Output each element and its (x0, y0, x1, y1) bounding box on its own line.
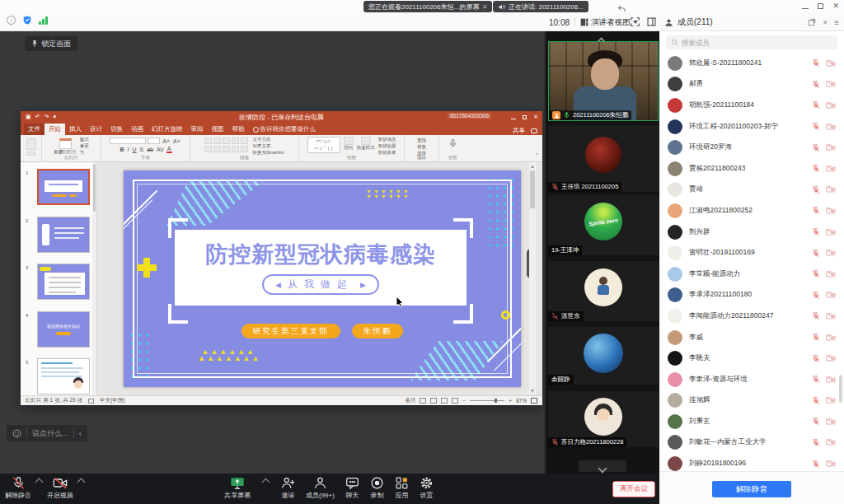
grow-font-icon[interactable]: A˄ (162, 138, 171, 144)
align-left-icon[interactable] (204, 146, 212, 152)
mic-muted-icon[interactable] (812, 460, 820, 469)
settings-button[interactable]: 设置 (420, 476, 434, 500)
underline-button[interactable]: U (131, 147, 137, 152)
tab-help[interactable]: 帮助 (228, 124, 249, 135)
arrange-label[interactable]: 排列 (344, 145, 353, 151)
camera-off-icon[interactable] (826, 396, 836, 404)
smartart-button[interactable]: 转换为SmartArt (252, 150, 284, 156)
tab-file[interactable]: 文件 (24, 124, 45, 135)
member-row[interactable]: 李闯能源动力20211800247 (659, 306, 844, 327)
zoom-out-icon[interactable]: − (462, 398, 466, 404)
camera-off-icon[interactable] (826, 101, 836, 110)
member-row[interactable]: 刘秉玄 (659, 411, 844, 432)
share-screen-button[interactable]: 共享屏幕 (224, 476, 251, 500)
camera-off-icon[interactable] (826, 165, 836, 173)
mic-muted-icon[interactable] (812, 122, 820, 131)
mic-muted-icon[interactable] (812, 100, 820, 110)
slide-title-block[interactable]: 防控新型冠状病毒感染 ◀ 从我做起 ▶ (175, 230, 467, 306)
member-row[interactable]: 贾栋20211800243 (659, 158, 844, 180)
reading-view-icon[interactable] (441, 398, 448, 404)
quick-styles-icon[interactable] (361, 137, 371, 145)
justify-icon[interactable] (232, 146, 239, 152)
shape-effects-button[interactable]: 形状效果 (378, 150, 396, 156)
member-row[interactable]: 雷明壮-20191100169 (659, 242, 844, 264)
slide-thumbnail-3[interactable] (37, 264, 90, 300)
slide-scrollbar[interactable] (529, 162, 536, 395)
mic-muted-icon[interactable] (812, 375, 820, 384)
mic-muted-icon[interactable] (812, 333, 820, 342)
dictate-icon[interactable] (448, 138, 457, 149)
layout-button[interactable]: 版式 (80, 137, 89, 142)
member-search[interactable] (666, 35, 837, 49)
info-icon[interactable]: i (7, 16, 16, 25)
ribbon-group-clipboard[interactable] (21, 135, 42, 161)
maximize-button[interactable] (818, 3, 823, 9)
quick-chat-bubble[interactable]: 说点什么... ‹ (7, 425, 87, 441)
ribbon-group-editing[interactable]: 查找 替换 选择 编辑 (405, 135, 439, 161)
camera-off-icon[interactable] (826, 270, 836, 278)
slideshow-icon[interactable] (452, 398, 458, 404)
new-slide-label[interactable]: 新建幻灯片 (54, 149, 77, 155)
mic-muted-icon[interactable] (812, 164, 820, 173)
ribbon-group-font[interactable]: A˄ A˅ B I U S ab AV A 字体 (101, 135, 190, 161)
member-row[interactable]: 李聿泽-资源与环境 (659, 369, 844, 390)
mic-muted-icon[interactable] (812, 143, 820, 152)
start-video-button[interactable]: 开启视频 (47, 476, 73, 500)
ppt-share-button[interactable]: 共享 (513, 127, 525, 135)
italic-button[interactable]: I (127, 147, 130, 152)
mic-muted-icon[interactable] (812, 269, 820, 278)
scroll-videos-down[interactable] (579, 460, 626, 472)
shapes-gallery[interactable]: ▭○△⬦⇨☆⌒{ } (307, 137, 340, 153)
member-row[interactable]: 江淑鸣20211800252 (659, 200, 844, 222)
shape-outline-button[interactable]: 形状轮廓 (378, 143, 396, 149)
panel-menu-icon[interactable]: ≡ (834, 18, 839, 27)
reset-button[interactable]: 重置 (80, 143, 89, 149)
normal-view-icon[interactable] (420, 398, 426, 404)
mic-muted-icon[interactable] (812, 206, 820, 215)
notes-button[interactable]: 备注 (405, 397, 415, 404)
ppt-minimize-button[interactable] (511, 119, 516, 119)
quick-styles-label[interactable]: 快速样式 (357, 145, 375, 151)
video-tile[interactable]: 王佳琪 20211100205 (548, 125, 659, 192)
camera-off-icon[interactable] (826, 291, 836, 299)
mic-muted-icon[interactable] (812, 354, 820, 363)
tab-review[interactable]: 审阅 (187, 124, 208, 135)
layout-icon[interactable] (647, 17, 656, 26)
tab-slideshow[interactable]: 幻灯片放映 (148, 124, 187, 135)
member-row[interactable]: 郝勇 (659, 74, 844, 96)
tab-view[interactable]: 视图 (208, 124, 228, 135)
switch-view-icon[interactable]: ≡ (482, 2, 486, 11)
font-size-box[interactable] (148, 138, 160, 144)
member-row[interactable]: 李威 (659, 327, 844, 348)
clipboard-icon[interactable] (27, 152, 35, 156)
language-label[interactable]: 中文(中国) (100, 397, 124, 404)
replace-button[interactable]: 替换 (417, 144, 426, 150)
tab-transitions[interactable]: 切换 (106, 124, 127, 135)
video-tile[interactable]: 温世东 (548, 261, 659, 321)
fit-slide-icon[interactable] (531, 398, 537, 404)
camera-off-icon[interactable] (826, 123, 836, 131)
ribbon-group-drawing[interactable]: ▭○△⬦⇨☆⌒{ } 排列 快速样式 形状填充 形状轮廓 形状效果 (299, 135, 405, 161)
new-slide-icon[interactable] (59, 138, 72, 149)
slide-sorter-icon[interactable] (430, 398, 437, 404)
numbering-icon[interactable] (213, 138, 221, 144)
strikethrough-button[interactable]: ab (146, 147, 154, 152)
shrink-font-icon[interactable]: A˅ (172, 138, 181, 144)
camera-off-icon[interactable] (826, 228, 836, 236)
ppt-close-button[interactable]: ✕ (533, 114, 538, 120)
members-button[interactable]: 成员(99+) (306, 476, 335, 500)
align-center-icon[interactable] (213, 146, 221, 152)
mic-muted-icon[interactable] (812, 311, 820, 320)
font-color-icon[interactable]: A (166, 146, 172, 153)
chat-input-placeholder[interactable]: 说点什么... (32, 428, 68, 439)
slide-thumbnail-2[interactable] (37, 217, 90, 253)
camera-off-icon[interactable] (826, 418, 836, 426)
member-row[interactable]: 贾靖 (659, 180, 844, 201)
camera-off-icon[interactable] (826, 143, 836, 152)
member-row[interactable]: 环境工程-20201100203-郑宁 (659, 116, 844, 138)
ribbon-group-paragraph[interactable]: 文字方向 对齐文本 转换为SmartArt 段落 (190, 135, 299, 161)
tab-insert[interactable]: 插入 (65, 124, 86, 135)
record-button[interactable]: 录制 (370, 476, 384, 500)
arrange-icon[interactable] (344, 137, 354, 145)
emoji-icon[interactable] (12, 429, 21, 438)
